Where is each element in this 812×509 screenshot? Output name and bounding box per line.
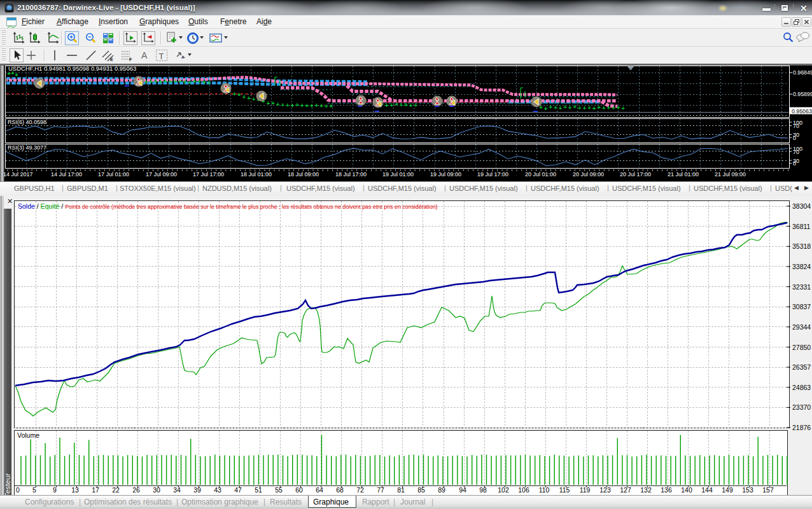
svg-text:20 Jul 09:00: 20 Jul 09:00: [573, 171, 604, 178]
svg-text:110: 110: [539, 486, 550, 494]
svg-text:43: 43: [214, 486, 221, 494]
svg-text:T: T: [159, 52, 164, 61]
svg-text:132: 132: [640, 486, 652, 494]
svg-text:0: 0: [793, 160, 796, 167]
svg-text:26357: 26357: [792, 363, 811, 371]
svg-text:55: 55: [275, 486, 283, 494]
svg-text:127: 127: [620, 486, 631, 494]
svg-text:26: 26: [132, 486, 140, 494]
svg-text:68: 68: [336, 486, 344, 494]
svg-text:21876: 21876: [792, 424, 811, 431]
svg-text:153: 153: [742, 486, 753, 494]
svg-text:72: 72: [356, 486, 364, 494]
svg-text:39: 39: [193, 486, 201, 494]
svg-text:77: 77: [377, 486, 384, 494]
svg-text:17 Jul 09:00: 17 Jul 09:00: [146, 171, 177, 178]
svg-text:36811: 36811: [792, 223, 811, 230]
svg-text:94: 94: [459, 486, 466, 494]
svg-text:47: 47: [234, 486, 242, 494]
svg-text:18 Jul 09:00: 18 Jul 09:00: [288, 171, 319, 178]
svg-text:27850: 27850: [792, 344, 811, 351]
svg-text:F: F: [129, 57, 132, 62]
svg-text:85: 85: [417, 486, 425, 494]
svg-text:14 Jul 17:00: 14 Jul 17:00: [51, 171, 82, 178]
svg-text:30: 30: [153, 486, 160, 494]
svg-text:Volume: Volume: [17, 431, 39, 439]
svg-text:70: 70: [793, 149, 799, 155]
svg-text:17 Jul 17:00: 17 Jul 17:00: [193, 171, 224, 178]
svg-text:17 Jul 01:00: 17 Jul 01:00: [98, 171, 129, 178]
svg-text:22: 22: [112, 486, 120, 494]
svg-text:0.96849: 0.96849: [793, 69, 812, 76]
svg-text:20 Jul 01:00: 20 Jul 01:00: [525, 171, 556, 178]
svg-text:0: 0: [16, 486, 20, 494]
svg-text:13: 13: [71, 486, 79, 494]
svg-text:144: 144: [701, 486, 713, 494]
svg-text:64: 64: [316, 486, 323, 494]
svg-text:89: 89: [438, 486, 445, 494]
svg-text:102: 102: [498, 486, 509, 494]
svg-text:157: 157: [762, 486, 774, 494]
svg-text:106: 106: [518, 486, 529, 494]
svg-text:149: 149: [722, 486, 733, 494]
svg-text:34: 34: [173, 486, 181, 494]
svg-text:19 Jul 09:00: 19 Jul 09:00: [430, 171, 461, 178]
svg-text:14 Jul 2017: 14 Jul 2017: [3, 171, 33, 178]
svg-text:32331: 32331: [792, 283, 811, 291]
svg-text:19 Jul 17:00: 19 Jul 17:00: [477, 171, 508, 178]
svg-text:35318: 35318: [792, 242, 811, 250]
svg-text:RSI(3) 49.3077: RSI(3) 49.3077: [8, 144, 46, 151]
svg-text:98: 98: [479, 486, 487, 494]
svg-text:136: 136: [661, 486, 672, 494]
svg-text:140: 140: [681, 486, 692, 494]
svg-text:30837: 30837: [792, 303, 811, 310]
svg-text:33824: 33824: [792, 263, 811, 270]
svg-text:20 Jul 17:00: 20 Jul 17:00: [620, 171, 651, 178]
svg-text:115: 115: [559, 486, 570, 494]
svg-text:0.95899: 0.95899: [793, 91, 812, 97]
svg-text:USDCHF,H1 0.94981 0.95098 0.9: USDCHF,H1 0.94981 0.95098 0.94931 0.9506…: [8, 66, 136, 72]
svg-text:24863: 24863: [792, 384, 811, 391]
svg-text:21 Jul 09:00: 21 Jul 09:00: [715, 171, 746, 178]
svg-text:21 Jul 01:00: 21 Jul 01:00: [668, 171, 699, 178]
svg-text:18 Jul 01:00: 18 Jul 01:00: [241, 171, 272, 178]
svg-text:RSI(6) 40.0598: RSI(6) 40.0598: [8, 119, 46, 125]
svg-text:0: 0: [793, 135, 796, 141]
svg-text:E: E: [110, 57, 113, 62]
svg-text:51: 51: [255, 486, 262, 494]
svg-text:19 Jul 01:00: 19 Jul 01:00: [382, 171, 414, 178]
svg-text:38304: 38304: [792, 202, 811, 210]
svg-text:60: 60: [295, 486, 303, 494]
svg-text:81: 81: [397, 486, 405, 494]
svg-text:23370: 23370: [792, 403, 811, 411]
svg-text:123: 123: [599, 486, 611, 494]
svg-text:29344: 29344: [792, 323, 811, 331]
svg-text:17: 17: [92, 486, 99, 494]
svg-text:0.95063: 0.95063: [792, 108, 812, 115]
svg-text:A: A: [141, 50, 148, 60]
svg-text:18 Jul 17:00: 18 Jul 17:00: [335, 171, 367, 178]
svg-text:119: 119: [580, 486, 591, 494]
svg-text:70: 70: [793, 123, 799, 129]
svg-text:Solde / Equité / Points de con: Solde / Equité / Points de contrôle (mét…: [18, 202, 438, 210]
